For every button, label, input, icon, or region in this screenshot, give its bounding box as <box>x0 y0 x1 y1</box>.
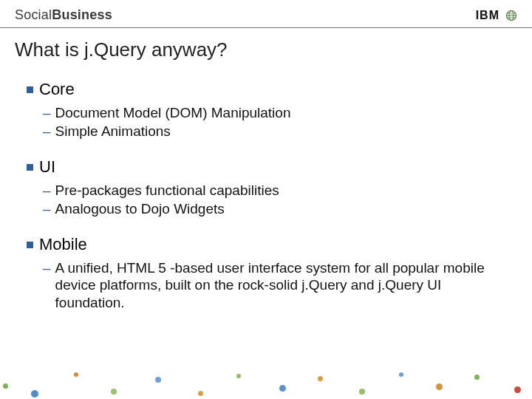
list-item: –Document Model (DOM) Manipulation <box>43 104 511 122</box>
list-item: –Simple Animations <box>43 123 511 140</box>
list-item: –A unified, HTML 5 -based user interface… <box>43 259 511 312</box>
brand-word-1: Social <box>15 7 52 22</box>
dash-icon: – <box>43 104 51 122</box>
dash-icon: – <box>43 259 51 312</box>
ibm-logo: IBM <box>476 9 499 22</box>
slide: SocialBusiness IBM What is j.Query anywa… <box>0 0 532 399</box>
square-bullet-icon <box>27 164 33 171</box>
section-title: Mobile <box>39 234 87 255</box>
section-core: Core –Document Model (DOM) Manipulation … <box>27 79 511 140</box>
list-item-text: Simple Animations <box>55 123 171 140</box>
list-item-text: Pre-packages functional capabilities <box>55 182 279 200</box>
globe-icon <box>505 10 517 21</box>
list-item: –Pre-packages functional capabilities <box>43 182 511 200</box>
section-mobile: Mobile –A unified, HTML 5 -based user in… <box>27 234 511 312</box>
section-title: Core <box>39 79 75 100</box>
dash-icon: – <box>43 123 51 140</box>
list-item-text: Analogous to Dojo Widgets <box>55 200 225 218</box>
header-bar: SocialBusiness IBM <box>0 0 532 28</box>
ibm-block: IBM <box>476 9 517 22</box>
brand-word-2: Business <box>52 7 112 22</box>
list-item: –Analogous to Dojo Widgets <box>43 200 511 218</box>
section-title: UI <box>39 157 55 177</box>
decorative-dots <box>0 365 532 399</box>
list-item-text: A unified, HTML 5 -based user interface … <box>55 259 511 312</box>
dash-icon: – <box>43 182 51 200</box>
list-item-text: Document Model (DOM) Manipulation <box>55 104 291 122</box>
square-bullet-icon <box>27 86 33 93</box>
page-title: What is j.Query anyway? <box>0 28 532 79</box>
section-ui: UI –Pre-packages functional capabilities… <box>27 157 511 218</box>
brand-logo: SocialBusiness <box>15 7 112 23</box>
square-bullet-icon <box>27 242 33 248</box>
content: Core –Document Model (DOM) Manipulation … <box>0 79 532 312</box>
dash-icon: – <box>43 200 51 218</box>
